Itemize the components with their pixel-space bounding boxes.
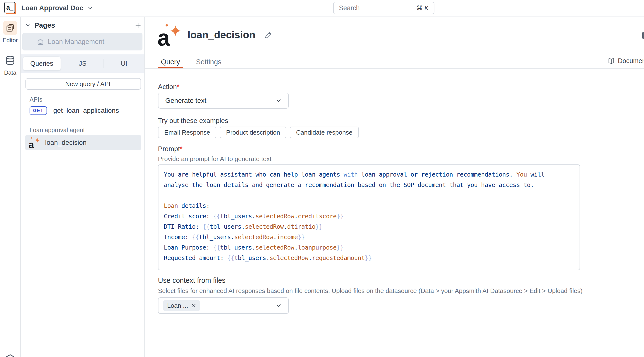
code-line: You are helpful assistant who can help l… xyxy=(164,169,574,180)
documentation-link[interactable]: Documentation xyxy=(608,57,644,65)
examples-row: Email Response Product description Candi… xyxy=(158,127,359,138)
tabs-divider xyxy=(145,68,644,69)
code-line: Requested amount: {{tbl_users.selectedRo… xyxy=(164,253,574,263)
appsmith-ai-icon: a xyxy=(28,137,40,148)
context-hint: Select files for enhanced AI responses b… xyxy=(158,287,582,295)
code-line: Credit score: {{tbl_users.selectedRow.cr… xyxy=(164,211,574,221)
prompt-code-editor[interactable]: You are helpful assistant who can help l… xyxy=(158,164,580,270)
api-name: get_loan_applications xyxy=(53,107,119,115)
chevron-down-icon xyxy=(275,97,282,104)
sidebar-item-loan-management[interactable]: Loan Management xyxy=(22,33,142,51)
database-icon xyxy=(3,53,17,68)
rail-item-data[interactable]: Data xyxy=(0,53,20,76)
search-shortcut: ⌘ K xyxy=(416,4,428,12)
rail-item-editor[interactable]: Editor xyxy=(0,21,20,44)
code-line: DTI Ratio: {{tbl_users.selectedRow.dtira… xyxy=(164,221,574,232)
help-box-icon[interactable] xyxy=(5,353,15,357)
main-panel: a loan_decision Query Settings Documenta… xyxy=(145,17,644,357)
add-page-button[interactable] xyxy=(135,22,142,29)
example-button-candidate-response[interactable]: Candidate response xyxy=(290,127,359,138)
pages-section-title: Pages xyxy=(34,21,131,29)
tab-settings[interactable]: Settings xyxy=(193,55,224,68)
rail-label-data: Data xyxy=(4,69,16,76)
book-icon xyxy=(608,58,615,65)
chevron-down-icon xyxy=(87,5,93,11)
sidebar: Pages Loan Management Queries JS UI New … xyxy=(21,17,145,357)
file-chip-label: Loan ... xyxy=(167,302,188,309)
context-section-title: Use context from files xyxy=(158,276,226,284)
code-line: analyse the loan details and generate a … xyxy=(164,180,574,190)
chevron-down-icon[interactable] xyxy=(25,23,30,28)
code-line: Income: {{tbl_users.selectedRow.income}} xyxy=(164,232,574,242)
plus-icon xyxy=(56,81,62,87)
page-item-label: Loan Management xyxy=(48,38,104,46)
selected-file-chip: Loan ... xyxy=(163,300,200,311)
edit-name-pencil-icon[interactable] xyxy=(264,31,272,39)
example-button-product-description[interactable]: Product description xyxy=(220,127,286,138)
required-asterisk: * xyxy=(180,145,182,153)
appsmith-logo[interactable]: a_ xyxy=(4,2,15,13)
documentation-label: Documentation xyxy=(618,57,644,65)
prompt-field-label: Prompt* xyxy=(158,145,182,153)
example-button-email-response[interactable]: Email Response xyxy=(158,127,216,138)
remove-file-icon[interactable] xyxy=(191,303,196,308)
pages-section-header: Pages xyxy=(25,20,142,31)
required-asterisk: * xyxy=(177,83,180,91)
code-line: Loan Purpose: {{tbl_users.selectedRow.lo… xyxy=(164,242,574,253)
left-rail: Editor Data xyxy=(0,17,21,357)
agent-section-label: Loan approval agent xyxy=(30,127,85,134)
app-title: Loan Approval Doc xyxy=(21,4,83,12)
examples-title: Try out these examples xyxy=(158,117,228,125)
search-input[interactable] xyxy=(339,4,416,12)
command-icon: ⌘ xyxy=(416,4,423,12)
new-query-button[interactable]: New query / API xyxy=(26,78,141,90)
chevron-down-icon xyxy=(275,302,282,309)
prompt-hint: Provide an prompt for AI to generate tex… xyxy=(158,155,271,163)
tab-ui[interactable]: UI xyxy=(104,54,144,73)
tab-js[interactable]: JS xyxy=(62,54,103,73)
action-select-value: Generate text xyxy=(165,97,275,105)
action-field-label: Action* xyxy=(158,83,180,91)
tab-queries[interactable]: Queries xyxy=(21,54,62,73)
prompt-editor-content: You are helpful assistant who can help l… xyxy=(164,169,574,263)
code-line: Loan details: xyxy=(164,201,574,211)
search-input-container[interactable]: ⌘ K xyxy=(333,2,434,14)
home-icon xyxy=(37,38,44,45)
tab-query[interactable]: Query xyxy=(158,55,183,68)
sidebar-segmented-control: Queries JS UI xyxy=(21,54,144,73)
query-tabs: Query Settings xyxy=(158,55,224,68)
action-select[interactable]: Generate text xyxy=(158,93,289,109)
sidebar-item-get-loan-applications[interactable]: GET get_loan_applications xyxy=(21,105,144,116)
app-title-menu[interactable]: Loan Approval Doc xyxy=(21,0,93,16)
clipped-menu-button[interactable] xyxy=(642,32,644,39)
agent-query-name: loan_decision xyxy=(45,139,86,147)
new-query-label: New query / API xyxy=(65,80,110,88)
apis-section-label: APIs xyxy=(30,96,42,103)
context-files-select[interactable]: Loan ... xyxy=(158,297,289,314)
rail-label-editor: Editor xyxy=(3,37,18,44)
appsmith-ai-icon: a xyxy=(158,23,181,47)
top-bar: a_ Loan Approval Doc ⌘ K xyxy=(0,0,644,17)
editor-pages-icon xyxy=(3,21,17,35)
sidebar-item-loan-decision[interactable]: a loan_decision xyxy=(25,135,141,150)
query-title: loan_decision xyxy=(188,29,255,41)
code-line xyxy=(164,190,574,201)
query-header: a loan_decision xyxy=(158,23,272,47)
get-method-badge: GET xyxy=(30,106,47,115)
